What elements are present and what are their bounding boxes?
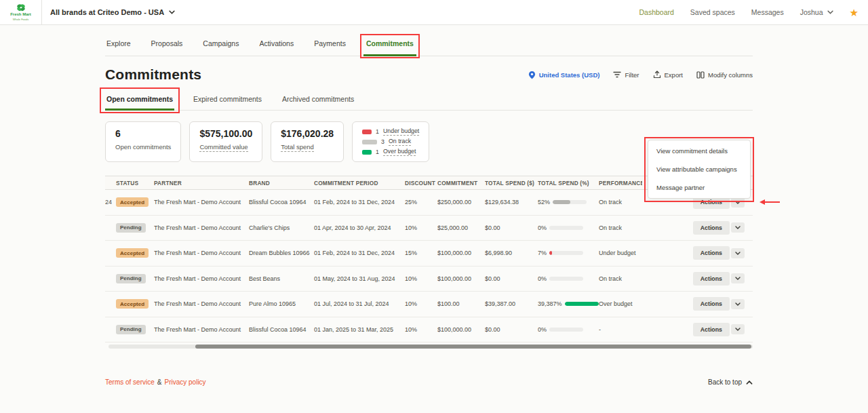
performance-cell: On track [599,199,642,205]
page-toolbar: United States (USD) Filter Export Modify… [528,71,753,79]
favorite-star-icon[interactable]: ★ [850,7,859,18]
actions-cell: Actions [642,323,753,336]
over-budget-count: 1 [376,149,379,155]
spend-pct-value: 0% [538,326,547,333]
menu-view-attributable-campaigns[interactable]: View attributable campaigns [648,160,750,178]
table-row[interactable]: Pending The Fresh Mart - Demo Account Be… [105,267,753,292]
tab-activations[interactable]: Activations [258,25,295,56]
tab-campaigns[interactable]: Campaigns [201,25,240,56]
status-badge: Pending [116,325,146,334]
period-cell: 01 May, 2024 to 31 Aug, 2024 [314,275,405,282]
brand-cell: Dream Bubbles 10966 [249,250,314,256]
filter-icon [613,71,621,78]
nav-messages[interactable]: Messages [751,8,784,16]
tab-explore[interactable]: Explore [105,25,132,56]
filter-button[interactable]: Filter [613,71,639,79]
header-status[interactable]: STATUS [116,180,154,186]
legend-on-track: 3 On track [362,138,419,146]
discount-cell: 10% [405,275,437,282]
actions-dropdown-button[interactable] [731,222,745,233]
legend-under-budget: 1 Under budget [362,127,419,136]
header-total-spend-pct[interactable]: TOTAL SPEND (%) [538,180,599,186]
modify-columns-label: Modify columns [708,71,753,79]
total-spend-cell: $6,998.90 [485,250,538,256]
actions-button[interactable]: Actions [693,297,730,311]
topbar-nav: Dashboard Saved spaces Messages Joshua ★ [639,7,868,18]
committed-value-label: Committed value [199,143,248,152]
freshmart-logo[interactable]: Fresh Mart Whole Foods [0,0,42,24]
commitment-cell: $25,000.00 [437,224,485,231]
row-id-clipped: 1024 [105,199,116,205]
account-selector[interactable]: All brands at Criteo Demo - USA [50,8,175,16]
table-row[interactable]: Accepted The Fresh Mart - Demo Account D… [105,241,753,267]
legend-over-budget: 1 Over budget [362,148,419,156]
page-head: Commitments United States (USD) Filter E… [105,66,753,83]
locale-selector[interactable]: United States (USD) [528,71,600,79]
terms-of-service-link[interactable]: Terms of service [105,378,155,386]
performance-cell: Over budget [599,300,642,307]
actions-dropdown-button[interactable] [731,248,745,258]
privacy-policy-link[interactable]: Privacy policy [164,378,205,386]
topbar: Fresh Mart Whole Foods All brands at Cri… [0,0,868,25]
partner-cell: The Fresh Mart - Demo Account [154,275,249,282]
tab-proposals[interactable]: Proposals [150,25,184,56]
header-discount[interactable]: DISCOUNT [405,180,437,186]
chevron-down-icon [169,10,175,14]
brand-cell: Blissful Cocoa 10964 [249,199,314,205]
spend-progress-bar [549,251,583,255]
tab-commitments[interactable]: Commitments [365,25,415,56]
header-commitment-period[interactable]: COMMITMENT PERIOD [314,180,405,186]
actions-dropdown-button[interactable] [731,299,745,309]
header-brand[interactable]: BRAND [249,180,314,186]
menu-message-partner[interactable]: Message partner [648,178,750,197]
period-cell: 01 Feb, 2024 to 31 Dec, 2024 [314,199,405,205]
header-total-spend-usd[interactable]: TOTAL SPEND ($) [485,180,538,186]
table-row[interactable]: Accepted The Fresh Mart - Demo Account P… [105,292,753,317]
user-menu[interactable]: Joshua [800,8,833,16]
on-track-label: On track [389,138,411,146]
export-button[interactable]: Export [653,71,683,79]
discount-cell: 10% [405,326,437,333]
total-spend-amount: $176,020.28 [281,128,334,139]
account-selector-label: All brands at Criteo Demo - USA [50,8,164,16]
under-budget-count: 1 [376,128,379,135]
table-row[interactable]: Pending The Fresh Mart - Demo Account Bl… [105,317,753,343]
menu-view-commitment-details[interactable]: View commitment details [648,142,750,160]
card-open-commitments: 6 Open commitments [105,121,181,162]
subtab-open-commitments[interactable]: Open commitments [105,90,174,110]
header-performance[interactable]: PERFORMANCE [599,180,642,186]
performance-cell: On track [599,275,642,282]
actions-dropdown-button[interactable] [731,197,745,208]
modify-columns-button[interactable]: Modify columns [696,71,753,79]
performance-cell: Under budget [599,250,642,256]
horizontal-scrollbar[interactable] [108,345,753,349]
partner-cell: The Fresh Mart - Demo Account [154,199,249,205]
subtab-expired-commitments[interactable]: Expired commitments [192,90,263,110]
actions-button[interactable]: Actions [693,272,730,286]
nav-dashboard[interactable]: Dashboard [639,8,673,16]
total-spend-cell: $129,634.38 [485,199,538,205]
back-to-top-button[interactable]: Back to top [708,378,753,386]
actions-button[interactable]: Actions [693,221,730,235]
on-track-swatch [362,140,377,144]
tab-payments[interactable]: Payments [313,25,347,56]
actions-button[interactable]: Actions [693,246,730,260]
nav-saved-spaces[interactable]: Saved spaces [690,8,735,16]
scrollbar-thumb[interactable] [195,345,751,349]
back-to-top-label: Back to top [708,378,742,386]
total-spend-pct-cell: 0% [538,275,599,282]
actions-button[interactable]: Actions [693,323,730,336]
subtab-archived-commitments[interactable]: Archived commitments [281,90,355,110]
actions-dropdown-button[interactable] [731,324,745,334]
spend-progress-bar [549,328,583,332]
export-label: Export [665,71,683,79]
header-partner[interactable]: PARTNER [154,180,249,186]
actions-dropdown-button[interactable] [731,273,745,283]
table-row[interactable]: Pending The Fresh Mart - Demo Account Ch… [105,216,753,241]
header-commitment[interactable]: COMMITMENT [437,180,485,186]
tab-commitments-label: Commitments [366,39,414,47]
commitments-page: Fresh Mart Whole Foods All brands at Cri… [0,0,868,413]
spend-pct-value: 39,387% [538,300,562,307]
primary-tabs: Explore Proposals Campaigns Activations … [105,25,753,56]
performance-cell: On track [599,224,642,231]
